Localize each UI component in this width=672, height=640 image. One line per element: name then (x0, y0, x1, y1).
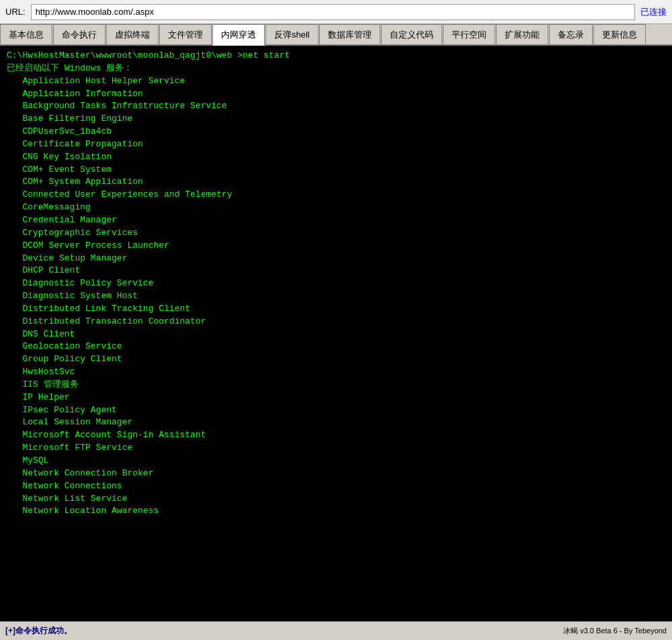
terminal-line: Application Information (7, 88, 665, 101)
tab-command-exec[interactable]: 命令执行 (53, 24, 106, 44)
terminal-content[interactable]: C:\HwsHostMaster\wwwroot\moonlab_qagjt0\… (0, 46, 672, 621)
terminal-line: IPsec Policy Agent (7, 404, 665, 417)
terminal-line: Background Tasks Infrastructure Service (7, 100, 665, 113)
tab-database[interactable]: 数据库管理 (319, 24, 380, 44)
terminal-line: Diagnostic Policy Service (7, 277, 665, 290)
terminal-line: Device Setup Manager (7, 253, 665, 265)
terminal-line: DCOM Server Process Launcher (7, 240, 665, 253)
terminal-line: Credential Manager (7, 214, 665, 227)
tab-notes[interactable]: 备忘录 (549, 24, 593, 44)
status-right: 冰蝎 v3.0 Beta 6 - By Tebeyond (563, 626, 667, 636)
terminal-line: Local Session Manager (7, 416, 665, 429)
terminal-line: 已经启动以下 Windows 服务： (7, 62, 665, 75)
terminal-line: C:\HwsHostMaster\wwwroot\moonlab_qagjt0\… (7, 50, 665, 62)
terminal-line: Geolocation Service (7, 340, 665, 353)
tab-basic-info[interactable]: 基本信息 (0, 24, 52, 44)
tab-extensions[interactable]: 扩展功能 (496, 24, 548, 44)
tab-updates[interactable]: 更新信息 (593, 24, 646, 44)
terminal-line: Network Location Awareness (7, 505, 665, 518)
terminal-line: Group Policy Client (7, 353, 665, 366)
url-label: URL: (5, 7, 26, 17)
terminal-line: Base Filtering Engine (7, 113, 665, 126)
tab-file-manager[interactable]: 文件管理 (159, 24, 212, 44)
terminal-line: IIS 管理服务 (7, 379, 665, 392)
terminal-line: CDPUserSvc_1ba4cb (7, 126, 665, 138)
terminal-line: Application Host Helper Service (7, 75, 665, 88)
tab-intranet[interactable]: 内网穿透 (212, 24, 265, 46)
terminal-line: CoreMessaging (7, 201, 665, 214)
terminal-line: HwsHostSvc (7, 366, 665, 379)
tab-reverse-shell[interactable]: 反弹shell (265, 24, 319, 44)
url-bar: URL: 已连接 (0, 0, 672, 24)
terminal-line: COM+ System Application (7, 176, 665, 189)
terminal-line: Cryptographic Services (7, 227, 665, 240)
terminal-line: COM+ Event System (7, 164, 665, 177)
terminal-line: MySQL (7, 455, 665, 467)
status-bar: [+]命令执行成功。 冰蝎 v3.0 Beta 6 - By Tebeyond (0, 621, 672, 640)
terminal-line: Distributed Link Tracking Client (7, 303, 665, 316)
terminal-line: Diagnostic System Host (7, 290, 665, 303)
terminal-line: Microsoft Account Sign-in Assistant (7, 429, 665, 442)
tab-custom-code[interactable]: 自定义代码 (381, 24, 442, 44)
terminal-line: IP Helper (7, 392, 665, 404)
tab-parallel-space[interactable]: 平行空间 (443, 24, 495, 44)
terminal-wrapper: C:\HwsHostMaster\wwwroot\moonlab_qagjt0\… (0, 46, 672, 621)
connected-status[interactable]: 已连接 (640, 6, 667, 18)
tab-virtual-terminal[interactable]: 虚拟终端 (106, 24, 159, 44)
status-left: [+]命令执行成功。 (5, 625, 72, 637)
terminal-line: CNG Key Isolation (7, 151, 665, 164)
terminal-line: Microsoft FTP Service (7, 442, 665, 455)
terminal-line: Network List Service (7, 493, 665, 506)
terminal-line: Certificate Propagation (7, 138, 665, 151)
terminal-line: DNS Client (7, 328, 665, 341)
terminal-line: Connected User Experiences and Telemetry (7, 189, 665, 201)
terminal-line: Network Connections (7, 480, 665, 493)
nav-tabs: 基本信息 命令执行 虚拟终端 文件管理 内网穿透 反弹shell 数据库管理 自… (0, 24, 672, 46)
url-input[interactable] (31, 4, 635, 20)
terminal-line: Distributed Transaction Coordinator (7, 316, 665, 328)
terminal-line: Network Connection Broker (7, 467, 665, 480)
terminal-line: DHCP Client (7, 265, 665, 277)
